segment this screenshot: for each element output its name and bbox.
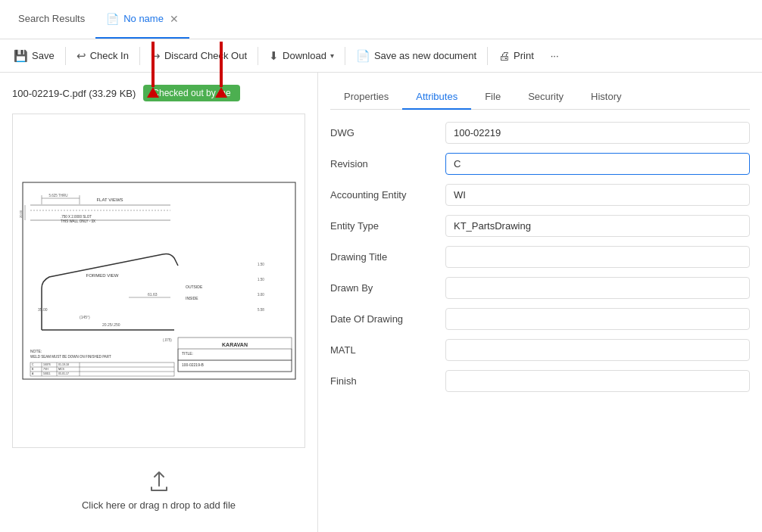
save-label: Save [32,50,55,61]
divider-4 [345,47,345,65]
svg-text:5.58: 5.58 [258,308,264,312]
attr-label-drawing-title: Drawing Title [330,251,436,263]
upload-text: Click here or drag n drop to add file [82,499,236,511]
attr-label-drawn-by: Drawn By [330,282,436,294]
attr-input-accounting-entity[interactable] [445,184,750,206]
checkin-label: Check In [90,50,129,61]
attr-row: Drawn By [330,277,750,299]
checkin-icon: ↩ [77,49,86,63]
divider-1 [65,47,66,65]
divider-5 [487,47,488,65]
left-panel: 100-02219-C.pdf (33.29 KB) Checked out b… [0,73,318,532]
attributes-form: DWGRevisionAccounting EntityEntity TypeD… [330,122,750,520]
attr-row: Revision [330,153,750,175]
svg-text:FLAT VIEWS: FLAT VIEWS [96,198,123,202]
svg-text:61.63: 61.63 [148,292,158,297]
attr-label-date-of-drawing: Date Of Drawing [330,313,436,325]
attr-input-date-of-drawing[interactable] [445,308,750,330]
print-icon: 🖨 [498,49,510,62]
attr-row: Finish [330,370,750,392]
more-label: ··· [551,50,559,61]
svg-text:.750 X 2.0000 SLOT: .750 X 2.0000 SLOT [61,215,92,219]
svg-text:THIS WALL ONLY - 3X: THIS WALL ONLY - 3X [61,219,95,223]
attr-input-dwg[interactable] [445,122,750,144]
tab-attributes[interactable]: Attributes [402,85,471,110]
svg-text:1.50: 1.50 [258,263,264,266]
arrow-shaft-1 [151,42,155,87]
svg-text:A: A [32,372,34,375]
arrow-checkin [215,42,227,98]
right-panel: Properties Attributes File Security Hist… [318,73,762,532]
download-dropdown-arrow[interactable]: ▾ [330,51,334,60]
svg-text:WELD SEAM MUST BE DOWN ON FINI: WELD SEAM MUST BE DOWN ON FINISHED PART [30,355,111,359]
save-new-button[interactable]: 📄 Save as new document [348,45,484,67]
tab-properties[interactable]: Properties [330,85,402,110]
arrow-shaft-2 [220,42,223,87]
svg-rect-0 [23,182,295,379]
panel-tabs: Properties Attributes File Security Hist… [330,85,750,110]
tab-file[interactable]: File [471,85,514,110]
print-button[interactable]: 🖨 Print [491,45,542,66]
svg-text:(145°): (145°) [80,315,90,319]
download-button[interactable]: ⬇ Download ▾ [261,45,342,67]
arrow-head-2 [215,87,227,98]
attr-row: Entity Type [330,215,750,237]
tab-history[interactable]: History [577,85,635,110]
toolbar: 💾 Save ↩ Check In ↪ Discard Check Out ⬇ … [0,39,762,73]
svg-text:NOTE:: NOTE: [30,349,42,353]
attr-row: Drawing Title [330,246,750,268]
attr-input-matl[interactable] [445,339,750,361]
attr-row: MATL [330,339,750,361]
print-label: Print [514,50,534,61]
arrow-head-1 [147,87,159,98]
svg-text:OUTSIDE: OUTSIDE [186,285,203,289]
svg-rect-2 [178,349,292,360]
download-icon: ⬇ [269,49,279,63]
svg-text:20.25/.250: 20.25/.250 [102,322,120,327]
attr-label-accounting-entity: Accounting Entity [330,189,436,201]
document-icon: 📄 [106,13,119,25]
svg-text:KARAVAN: KARAVAN [222,342,248,347]
attr-row: Date Of Drawing [330,308,750,330]
divider-2 [139,47,140,65]
search-results-label: Search Results [18,13,85,24]
save-button[interactable]: 💾 Save [6,45,62,67]
svg-text:MCS: MCS [58,368,64,371]
preview-area: KARAVAN TITLE: 100-02219-B FLAT VIEWS [12,114,305,520]
save-new-icon: 📄 [356,49,370,63]
svg-text:16076: 16076 [43,363,51,366]
attr-input-drawn-by[interactable] [445,277,750,299]
upload-icon [147,469,171,493]
arrow-save [147,42,159,98]
close-tab-icon[interactable]: ✕ [170,14,179,24]
file-name: 100-02219-C.pdf (33.29 KB) [12,88,136,99]
attr-input-finish[interactable] [445,370,750,392]
attr-input-drawing-title[interactable] [445,246,750,268]
svg-text:50011: 50011 [43,372,51,375]
attr-label-dwg: DWG [330,127,436,138]
svg-text:5.625 THRU: 5.625 THRU [48,194,67,198]
discard-button[interactable]: ↪ Discard Check Out [143,45,255,67]
svg-text:INSIDE: INSIDE [186,296,198,300]
upload-area[interactable]: Click here or drag n drop to add file [12,460,305,520]
more-button[interactable]: ··· [543,46,567,65]
discard-label: Discard Check Out [164,50,247,61]
svg-text:7VH: 7VH [43,368,48,371]
download-label: Download [283,50,326,61]
attr-label-revision: Revision [330,158,436,170]
tab-no-name[interactable]: 📄 No name ✕ [95,0,189,39]
drawing-svg: KARAVAN TITLE: 100-02219-B FLAT VIEWS [19,179,299,383]
save-icon: 💾 [14,49,28,63]
attr-label-finish: Finish [330,375,436,387]
document-preview: KARAVAN TITLE: 100-02219-B FLAT VIEWS [12,114,305,448]
svg-text:20.00: 20.00 [19,210,23,218]
attr-input-entity-type[interactable] [445,215,750,237]
tab-security[interactable]: Security [514,85,577,110]
tab-search-results[interactable]: Search Results [8,0,95,39]
save-new-label: Save as new document [374,50,476,61]
svg-text:TITLE:: TITLE: [182,351,193,356]
attr-input-revision[interactable] [445,153,750,175]
svg-text:3.00: 3.00 [258,293,264,297]
checkin-button[interactable]: ↩ Check In [69,45,136,67]
attr-row: DWG [330,122,750,144]
